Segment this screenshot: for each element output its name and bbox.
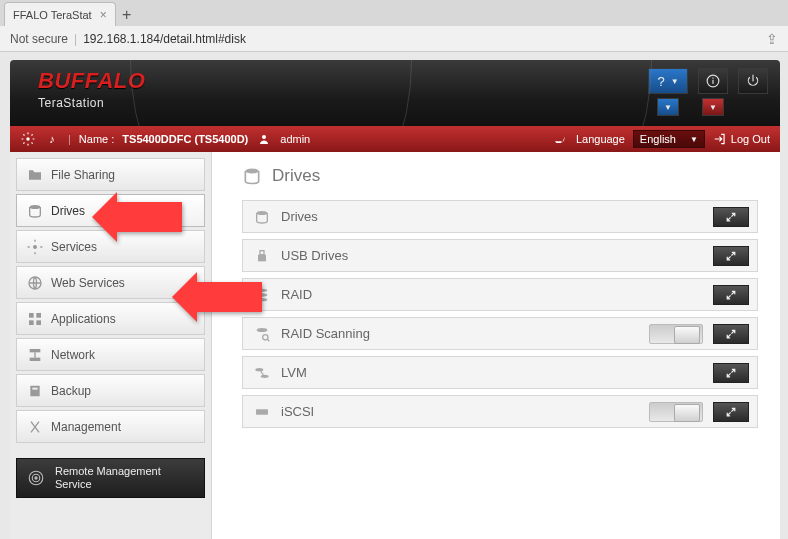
svg-point-19 xyxy=(245,169,258,174)
lvm-icon xyxy=(253,365,271,381)
row-label: RAID xyxy=(281,287,312,302)
svg-point-27 xyxy=(263,334,268,339)
svg-point-26 xyxy=(257,328,268,332)
tab-title: FFALO TeraStat xyxy=(13,9,92,21)
music-icon[interactable]: ♪ xyxy=(44,131,60,147)
row-label: iSCSI xyxy=(281,404,314,419)
language-select[interactable]: English ▼ xyxy=(633,130,705,148)
security-badge: Not secure xyxy=(10,32,68,46)
iscsi-icon xyxy=(253,404,271,420)
row-drives: Drives xyxy=(242,200,758,233)
logout-label: Log Out xyxy=(731,133,770,145)
power-button[interactable] xyxy=(738,68,768,94)
sidebar-item-network[interactable]: Network xyxy=(16,338,205,371)
sidebar-item-services[interactable]: Services xyxy=(16,230,205,263)
name-label: Name : xyxy=(79,133,114,145)
drives-icon xyxy=(27,203,43,219)
sidebar-item-label: Backup xyxy=(51,384,91,398)
svg-point-6 xyxy=(33,245,37,249)
sidebar-item-applications[interactable]: Applications xyxy=(16,302,205,335)
tools-icon xyxy=(27,419,43,435)
svg-rect-12 xyxy=(30,349,41,352)
sidebar-item-label: Applications xyxy=(51,312,116,326)
svg-point-20 xyxy=(257,211,268,215)
svg-rect-30 xyxy=(256,409,268,414)
info-icon xyxy=(706,74,720,88)
drives-icon xyxy=(253,209,271,225)
close-tab-icon[interactable]: × xyxy=(100,8,107,22)
scan-icon xyxy=(253,326,271,342)
url-text[interactable]: 192.168.1.184/detail.html#disk xyxy=(83,32,246,46)
separator: | xyxy=(74,32,77,46)
svg-point-4 xyxy=(262,135,266,139)
row-raid: RAID xyxy=(242,278,758,311)
network-icon xyxy=(27,347,43,363)
row-label: RAID Scanning xyxy=(281,326,370,341)
logout-icon xyxy=(713,132,727,146)
sidebar-item-management[interactable]: Management xyxy=(16,410,205,443)
app-body: File Sharing Drives Services Web Service… xyxy=(10,152,780,539)
help-icon: ? xyxy=(657,74,664,89)
device-name: TS5400DDFC (TS5400D) xyxy=(122,133,248,145)
services-icon xyxy=(27,239,43,255)
svg-rect-9 xyxy=(36,313,41,318)
toggle-switch[interactable] xyxy=(649,324,703,344)
chevron-down-icon: ▼ xyxy=(664,103,672,112)
sidebar-item-backup[interactable]: Backup xyxy=(16,374,205,407)
expand-button[interactable] xyxy=(713,402,749,422)
chevron-down-icon: ▼ xyxy=(690,135,698,144)
raid-icon xyxy=(253,287,271,303)
remote-label-1: Remote Management xyxy=(55,465,161,478)
alert-dropdown-button[interactable]: ▼ xyxy=(702,98,724,116)
expand-button[interactable] xyxy=(713,246,749,266)
row-label: Drives xyxy=(281,209,318,224)
svg-rect-13 xyxy=(30,357,41,360)
svg-point-3 xyxy=(26,137,30,141)
svg-rect-15 xyxy=(32,387,37,389)
svg-rect-1 xyxy=(712,80,713,84)
svg-point-25 xyxy=(257,298,268,301)
app-header: BUFFALO TeraStation ? ▼ ▼ ▼ xyxy=(10,60,780,126)
new-tab-button[interactable]: + xyxy=(116,6,138,26)
logout-button[interactable]: Log Out xyxy=(713,132,770,146)
sidebar-item-file-sharing[interactable]: File Sharing xyxy=(16,158,205,191)
expand-button[interactable] xyxy=(713,207,749,227)
globe-icon xyxy=(27,275,43,291)
expand-button[interactable] xyxy=(713,324,749,344)
row-iscsi: iSCSI xyxy=(242,395,758,428)
dropdown-blue-button[interactable]: ▼ xyxy=(657,98,679,116)
folder-icon xyxy=(27,167,43,183)
svg-rect-8 xyxy=(29,313,34,318)
browser-tab[interactable]: FFALO TeraStat × xyxy=(4,2,116,26)
sidebar-item-label: Drives xyxy=(51,204,85,218)
user-icon xyxy=(256,131,272,147)
help-button[interactable]: ? ▼ xyxy=(648,68,688,94)
power-icon xyxy=(746,74,760,88)
username: admin xyxy=(280,133,310,145)
language-icon xyxy=(552,131,568,147)
share-icon[interactable]: ⇪ xyxy=(766,31,778,47)
svg-rect-2 xyxy=(712,78,713,79)
toggle-switch[interactable] xyxy=(649,402,703,422)
row-label: LVM xyxy=(281,365,307,380)
drives-icon xyxy=(242,166,262,186)
sidebar-item-label: Network xyxy=(51,348,95,362)
main-panel: Drives Drives USB Drives xyxy=(212,152,780,539)
row-lvm: LVM xyxy=(242,356,758,389)
svg-point-28 xyxy=(255,368,263,371)
apps-icon xyxy=(27,311,43,327)
svg-rect-14 xyxy=(30,385,39,396)
gear-icon[interactable] xyxy=(20,131,36,147)
svg-rect-10 xyxy=(29,320,34,325)
backup-icon xyxy=(27,383,43,399)
remote-management-button[interactable]: Remote Management Service xyxy=(16,458,205,498)
page-title-text: Drives xyxy=(272,166,320,186)
expand-button[interactable] xyxy=(713,285,749,305)
svg-rect-11 xyxy=(36,320,41,325)
svg-point-18 xyxy=(35,477,37,479)
sidebar-item-drives[interactable]: Drives xyxy=(16,194,205,227)
sidebar-item-web-services[interactable]: Web Services xyxy=(16,266,205,299)
sidebar-item-label: File Sharing xyxy=(51,168,115,182)
info-button[interactable] xyxy=(698,68,728,94)
expand-button[interactable] xyxy=(713,363,749,383)
